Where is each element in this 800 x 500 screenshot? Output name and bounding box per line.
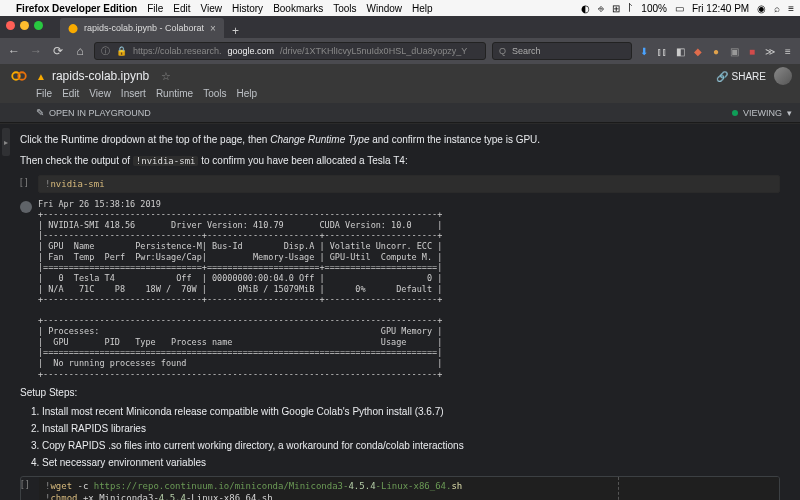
clock[interactable]: Fri 12:40 PM — [692, 3, 749, 14]
menu-edit[interactable]: Edit — [173, 3, 190, 14]
menu-window[interactable]: Window — [367, 3, 403, 14]
code-token: nvidia-smi — [50, 179, 104, 189]
maximize-window-button[interactable] — [34, 21, 43, 30]
code-cell[interactable]: [ ] !nvidia-smi — [20, 175, 780, 193]
list-item: Install most recent Miniconda release co… — [42, 404, 780, 419]
colab-menu-view[interactable]: View — [89, 88, 111, 99]
chevron-down-icon: ▾ — [787, 108, 792, 118]
text: to confirm you have been allocated a Tes… — [198, 155, 407, 166]
account-avatar[interactable] — [774, 67, 792, 85]
drive-icon: ▲ — [36, 71, 46, 82]
status-dot-icon — [732, 110, 738, 116]
run-button[interactable]: [ ] — [21, 477, 39, 500]
setup-header: Setup Steps: — [20, 385, 780, 400]
spotlight-icon[interactable]: ⌕ — [774, 3, 780, 14]
library-icon[interactable]: ⫿⫿ — [656, 45, 668, 57]
open-in-playground-button[interactable]: ✎ OPEN IN PLAYGROUND — [36, 107, 151, 118]
extension-icon[interactable]: ▣ — [728, 45, 740, 57]
battery-icon[interactable]: ▭ — [675, 3, 684, 14]
sidebar-expand-handle[interactable]: ▸ — [2, 128, 10, 156]
cell-output: Fri Apr 26 15:38:16 2019 +--------------… — [20, 199, 780, 380]
colab-menu-runtime[interactable]: Runtime — [156, 88, 193, 99]
text: Then check the output of — [20, 155, 133, 166]
address-bar[interactable]: ⓘ 🔒 https://colab.research.google.com/dr… — [94, 42, 486, 60]
wifi-icon[interactable]: ⨡ — [628, 3, 633, 14]
extension-icon[interactable]: ◆ — [692, 45, 704, 57]
new-tab-button[interactable]: + — [224, 24, 247, 38]
tab-title: rapids-colab.ipynb - Colaborat — [84, 23, 204, 33]
url-prefix: https://colab.research. — [133, 46, 222, 56]
colab-menu-tools[interactable]: Tools — [203, 88, 226, 99]
menu-view[interactable]: View — [201, 3, 223, 14]
menubar-extra-icon[interactable]: ◐ — [581, 3, 590, 14]
browser-tab[interactable]: ⬤ rapids-colab.ipynb - Colaborat × — [60, 18, 224, 38]
siri-icon[interactable]: ◉ — [757, 3, 766, 14]
battery-percent: 100% — [641, 3, 667, 14]
menubar-extra-icon[interactable]: ⎆ — [598, 3, 604, 14]
url-path: /drive/1XTKHlIcvyL5nuIdx0HSL_dUa8yopzy_Y — [280, 46, 467, 56]
executor-avatar-icon — [20, 201, 32, 213]
downloads-icon[interactable]: ⬇ — [638, 45, 650, 57]
menu-file[interactable]: File — [147, 3, 163, 14]
document-title[interactable]: rapids-colab.ipynb — [52, 69, 149, 83]
inline-code: !nvidia-smi — [133, 156, 199, 166]
tab-favicon: ⬤ — [68, 23, 78, 33]
colab-menu-insert[interactable]: Insert — [121, 88, 146, 99]
browser-chrome: ⬤ rapids-colab.ipynb - Colaborat × + ← →… — [0, 16, 800, 64]
search-placeholder: Search — [512, 46, 541, 56]
colab-header: ▲ rapids-colab.ipynb ☆ 🔗 SHARE File Edit… — [0, 64, 800, 124]
menu-bookmarks[interactable]: Bookmarks — [273, 3, 323, 14]
run-button[interactable]: [ ] — [20, 175, 38, 193]
colab-menu-edit[interactable]: Edit — [62, 88, 79, 99]
nav-toolbar: ← → ⟳ ⌂ ⓘ 🔒 https://colab.research.googl… — [0, 38, 800, 64]
share-icon: 🔗 — [716, 71, 728, 82]
menu-help[interactable]: Help — [412, 3, 433, 14]
close-window-button[interactable] — [6, 21, 15, 30]
search-bar[interactable]: Q Search — [492, 42, 632, 60]
viewing-label: VIEWING — [743, 108, 782, 118]
menu-history[interactable]: History — [232, 3, 263, 14]
colab-logo-icon[interactable] — [8, 65, 30, 87]
menu-app[interactable]: Firefox Developer Edition — [16, 3, 137, 14]
code-editor[interactable]: !nvidia-smi — [38, 175, 780, 193]
menubar-extra-icon[interactable]: ⊞ — [612, 3, 620, 14]
colab-menu-bar: File Edit View Insert Runtime Tools Help — [0, 88, 800, 103]
text-cell: Setup Steps: Install most recent Minicon… — [20, 385, 780, 470]
text-cell: Click the Runtime dropdown at the top of… — [20, 132, 780, 147]
lock-icon: 🔒 — [116, 46, 127, 56]
colab-menu-help[interactable]: Help — [236, 88, 257, 99]
text: Click the Runtime dropdown at the top of… — [20, 134, 270, 145]
hamburger-menu-icon[interactable]: ≡ — [782, 45, 794, 57]
window-controls — [6, 21, 43, 30]
minimize-window-button[interactable] — [20, 21, 29, 30]
sidebar-icon[interactable]: ◧ — [674, 45, 686, 57]
overflow-menu-icon[interactable]: ≫ — [764, 45, 776, 57]
extension-icon[interactable]: ■ — [746, 45, 758, 57]
share-button[interactable]: 🔗 SHARE — [716, 71, 766, 82]
extension-icon[interactable]: ● — [710, 45, 722, 57]
list-item: Copy RAPIDS .so files into current worki… — [42, 438, 780, 453]
star-button[interactable]: ☆ — [161, 70, 171, 83]
viewing-mode-indicator[interactable]: VIEWING ▾ — [732, 108, 792, 118]
text-em: Change Runtime Type — [270, 134, 369, 145]
search-engine-icon: Q — [499, 46, 506, 56]
close-tab-button[interactable]: × — [210, 23, 216, 34]
ruler-line — [618, 477, 619, 500]
forward-button[interactable]: → — [28, 44, 44, 58]
tab-bar: ⬤ rapids-colab.ipynb - Colaborat × + — [0, 16, 800, 38]
menu-tools[interactable]: Tools — [333, 3, 356, 14]
playground-icon: ✎ — [36, 107, 44, 118]
playground-label: OPEN IN PLAYGROUND — [49, 108, 151, 118]
notebook-area[interactable]: ▸ Click the Runtime dropdown at the top … — [0, 124, 800, 500]
notifications-icon[interactable]: ≡ — [788, 3, 794, 14]
back-button[interactable]: ← — [6, 44, 22, 58]
colab-menu-file[interactable]: File — [36, 88, 52, 99]
reload-button[interactable]: ⟳ — [50, 44, 66, 58]
output-text[interactable]: Fri Apr 26 15:38:16 2019 +--------------… — [38, 199, 780, 380]
text-cell: Then check the output of !nvidia-smi to … — [20, 153, 780, 169]
list-item: Install RAPIDS libraries — [42, 421, 780, 436]
site-info-icon[interactable]: ⓘ — [101, 45, 110, 58]
code-cell[interactable]: [ ] !wget -c https://repo.continuum.io/m… — [20, 476, 780, 500]
home-button[interactable]: ⌂ — [72, 44, 88, 58]
code-editor[interactable]: !wget -c https://repo.continuum.io/minic… — [39, 477, 779, 500]
